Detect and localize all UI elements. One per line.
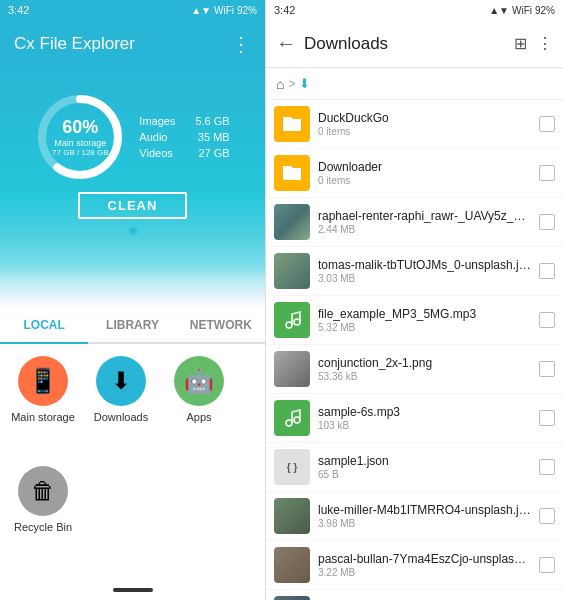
file-name: DuckDuckGo	[318, 111, 531, 125]
file-checkbox[interactable]	[539, 214, 555, 230]
svg-point-5	[294, 417, 300, 423]
file-info: file_example_MP3_5MG.mp3 5.32 MB	[318, 307, 531, 333]
bottom-bar-left	[0, 580, 265, 600]
file-info: DuckDuckGo 0 items	[318, 111, 531, 137]
storage-label: Main storage	[52, 138, 108, 148]
file-info: conjunction_2x-1.png 53.36 kB	[318, 356, 531, 382]
list-item[interactable]: { } sample1.json 65 B	[266, 443, 563, 492]
file-checkbox[interactable]	[539, 410, 555, 426]
images-value: 5.6 GB	[195, 115, 229, 127]
main-storage-item[interactable]: 📱 Main storage	[8, 356, 78, 458]
file-checkbox[interactable]	[539, 165, 555, 181]
audio-value: 35 MB	[198, 131, 230, 143]
icon-grid: 📱 Main storage ⬇ Downloads 🤖 Apps 🗑 Recy…	[0, 344, 265, 580]
file-size: 3.03 MB	[318, 273, 531, 284]
breadcrumb-separator: >	[288, 77, 295, 91]
file-list[interactable]: DuckDuckGo 0 items Downloader 0 items ra…	[266, 100, 563, 600]
battery-right: 92%	[535, 5, 555, 16]
wifi-icon: WiFi	[214, 5, 234, 16]
storage-percent: 60%	[52, 117, 108, 138]
image-thumb	[274, 204, 310, 240]
home-breadcrumb-icon[interactable]: ⌂	[276, 76, 284, 92]
file-name: pascal-bullan-7Yma4EszCjo-unsplash.jpg	[318, 552, 531, 566]
file-size: 2.44 MB	[318, 224, 531, 235]
list-item[interactable]: raphael-renter-raphi_rawr-_UAVy5z_naM-un…	[266, 198, 563, 247]
tab-local[interactable]: LOCAL	[0, 308, 88, 344]
videos-label: Videos	[139, 147, 172, 159]
status-bar-left: 3:42 ▲▼ WiFi 92%	[0, 0, 265, 20]
breadcrumb-download-icon[interactable]: ⬇	[299, 76, 310, 91]
storage-details: Images 5.6 GB Audio 35 MB Videos 27 GB	[139, 115, 229, 159]
list-item[interactable]: ▶ 4872339-hd_1920_1080_30fps.mp4 18.94 M…	[266, 590, 563, 600]
dot-indicator	[129, 227, 137, 235]
more-menu-icon[interactable]: ⋮	[231, 32, 251, 56]
file-checkbox[interactable]	[539, 459, 555, 475]
storage-circle-chart: 60% Main storage 77 GB / 128 GB	[35, 92, 125, 182]
folder-icon	[274, 155, 310, 191]
file-info: sample-6s.mp3 103 kB	[318, 405, 531, 431]
downloads-item[interactable]: ⬇ Downloads	[86, 356, 156, 458]
file-size: 103 kB	[318, 420, 531, 431]
file-header: ← Downloads ⊞ ⋮	[266, 20, 563, 68]
file-info: sample1.json 65 B	[318, 454, 531, 480]
file-checkbox[interactable]	[539, 263, 555, 279]
storage-card: 60% Main storage 77 GB / 128 GB Images 5…	[0, 68, 265, 278]
status-bar-right: 3:42 ▲▼ WiFi 92%	[266, 0, 563, 20]
list-item[interactable]: DuckDuckGo 0 items	[266, 100, 563, 149]
file-size: 5.32 MB	[318, 322, 531, 333]
videos-value: 27 GB	[198, 147, 229, 159]
left-panel: 3:42 ▲▼ WiFi 92% Cx File Explorer ⋮ 60% …	[0, 0, 265, 600]
svg-point-4	[286, 420, 292, 426]
more-options-icon[interactable]: ⋮	[537, 34, 553, 53]
list-item[interactable]: file_example_MP3_5MG.mp3 5.32 MB	[266, 296, 563, 345]
back-button[interactable]: ←	[276, 32, 296, 55]
file-size: 53.36 kB	[318, 371, 531, 382]
file-checkbox[interactable]	[539, 361, 555, 377]
clean-button[interactable]: CLEAN	[78, 192, 188, 219]
file-name: raphael-renter-raphi_rawr-_UAVy5z_naM-un…	[318, 209, 531, 223]
tab-network[interactable]: NETWORK	[177, 308, 265, 344]
time-right: 3:42	[274, 4, 295, 16]
file-name: luke-miller-M4b1ITMRRO4-unsplash.jpg	[318, 503, 531, 517]
app-header: Cx File Explorer ⋮	[0, 20, 265, 68]
list-view-icon[interactable]: ⊞	[514, 34, 527, 53]
folder-icon	[274, 106, 310, 142]
list-item[interactable]: tomas-malik-tbTUtOJMs_0-unsplash.jpg 3.0…	[266, 247, 563, 296]
svg-point-3	[294, 319, 300, 325]
list-item[interactable]: luke-miller-M4b1ITMRRO4-unsplash.jpg 3.9…	[266, 492, 563, 541]
images-row: Images 5.6 GB	[139, 115, 229, 127]
file-name: sample1.json	[318, 454, 531, 468]
audio-row: Audio 35 MB	[139, 131, 229, 143]
file-name: sample-6s.mp3	[318, 405, 531, 419]
file-info: luke-miller-M4b1ITMRRO4-unsplash.jpg 3.9…	[318, 503, 531, 529]
file-info: tomas-malik-tbTUtOJMs_0-unsplash.jpg 3.0…	[318, 258, 531, 284]
signal-icon: ▲▼	[191, 5, 211, 16]
tab-library[interactable]: LIBRARY	[88, 308, 176, 344]
file-checkbox[interactable]	[539, 508, 555, 524]
file-checkbox[interactable]	[539, 312, 555, 328]
recycle-bin-item[interactable]: 🗑 Recycle Bin	[8, 466, 78, 568]
file-size: 0 items	[318, 175, 531, 186]
apps-item[interactable]: 🤖 Apps	[164, 356, 234, 458]
tabs-row: LOCAL LIBRARY NETWORK	[0, 308, 265, 344]
header-icons: ⊞ ⋮	[514, 34, 553, 53]
file-size: 3.98 MB	[318, 518, 531, 529]
json-icon: { }	[274, 449, 310, 485]
list-item[interactable]: conjunction_2x-1.png 53.36 kB	[266, 345, 563, 394]
music-icon	[274, 302, 310, 338]
image-thumb	[274, 498, 310, 534]
list-item[interactable]: sample-6s.mp3 103 kB	[266, 394, 563, 443]
file-info: Downloader 0 items	[318, 160, 531, 186]
list-item[interactable]: Downloader 0 items	[266, 149, 563, 198]
storage-capacity: 77 GB / 128 GB	[52, 148, 108, 157]
file-checkbox[interactable]	[539, 116, 555, 132]
recycle-bin-label: Recycle Bin	[14, 521, 72, 533]
file-name: conjunction_2x-1.png	[318, 356, 531, 370]
file-checkbox[interactable]	[539, 557, 555, 573]
images-label: Images	[139, 115, 175, 127]
file-name: tomas-malik-tbTUtOJMs_0-unsplash.jpg	[318, 258, 531, 272]
music-icon	[274, 400, 310, 436]
list-item[interactable]: pascal-bullan-7Yma4EszCjo-unsplash.jpg 3…	[266, 541, 563, 590]
breadcrumb: ⌂ > ⬇	[266, 68, 563, 100]
file-size: 3.22 MB	[318, 567, 531, 578]
